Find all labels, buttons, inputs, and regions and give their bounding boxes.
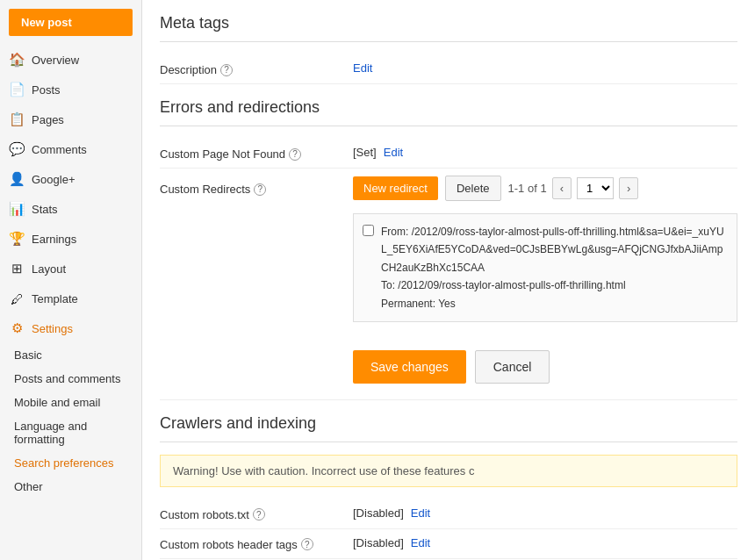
description-edit-link[interactable]: Edit xyxy=(353,61,372,75)
not-found-set-text: [Set] xyxy=(353,146,377,159)
new-redirect-button[interactable]: New redirect xyxy=(353,176,438,200)
robots-header-value: [Disabled] Edit xyxy=(353,536,737,549)
main-nav: 🏠 Overview 📄 Posts 📋 Pages 💬 Comments 👤 … xyxy=(0,45,141,499)
sidebar-item-basic[interactable]: Basic xyxy=(0,343,141,367)
new-post-button[interactable]: New post xyxy=(9,9,133,36)
robots-txt-row: Custom robots.txt ? [Disabled] Edit xyxy=(160,499,737,529)
robots-header-row: Custom robots header tags ? [Disabled] E… xyxy=(160,529,737,559)
redirect-entry: From: /2012/09/ross-taylor-almost-pulls-… xyxy=(353,213,737,322)
redirect-to: To: /2012/09/ross-taylor-almost-pulls-of… xyxy=(381,276,728,294)
redirects-toolbar: New redirect Delete 1-1 of 1 ‹ 1 › xyxy=(353,176,638,201)
robots-txt-status: [Disabled] xyxy=(353,506,404,520)
redirect-from-text: From: /2012/09/ross-taylor-almost-pulls-… xyxy=(381,226,724,274)
sidebar-item-pages[interactable]: 📋 Pages xyxy=(0,104,141,134)
sidebar-item-posts[interactable]: 📄 Posts xyxy=(0,75,141,104)
crawlers-title: Crawlers and indexing xyxy=(160,400,737,442)
meta-tags-title: Meta tags xyxy=(160,0,737,42)
robots-txt-label: Custom robots.txt ? xyxy=(160,506,353,521)
description-help-icon[interactable]: ? xyxy=(220,64,233,76)
pagination-info: 1-1 of 1 ‹ 1 › xyxy=(508,177,639,199)
stats-icon: 📊 xyxy=(9,201,25,217)
redirect-to-text: To: /2012/09/ross-taylor-almost-pulls-of… xyxy=(381,279,626,291)
sidebar-item-search-preferences[interactable]: Search preferences xyxy=(0,451,141,475)
pages-icon: 📋 xyxy=(9,111,25,127)
template-icon: 🖊 xyxy=(9,291,25,306)
sidebar-item-settings[interactable]: ⚙ Settings xyxy=(0,313,141,343)
sidebar-item-language-formatting[interactable]: Language and formatting xyxy=(0,414,141,451)
googleplus-icon: 👤 xyxy=(9,171,25,187)
sidebar-label-layout: Layout xyxy=(32,262,66,276)
robots-txt-value: [Disabled] Edit xyxy=(353,506,737,520)
sidebar-label-posts: Posts xyxy=(32,83,61,97)
redirect-from: From: /2012/09/ross-taylor-almost-pulls-… xyxy=(381,223,728,276)
redirect-checkbox[interactable] xyxy=(363,225,374,236)
not-found-label-text: Custom Page Not Found xyxy=(160,147,285,161)
sidebar-label-stats: Stats xyxy=(32,203,58,216)
sidebar-item-earnings[interactable]: 🏆 Earnings xyxy=(0,224,141,254)
cancel-button[interactable]: Cancel xyxy=(475,350,550,384)
sidebar-item-googleplus[interactable]: 👤 Google+ xyxy=(0,164,141,194)
settings-icon: ⚙ xyxy=(9,320,25,336)
redirect-permanent: Permanent: Yes xyxy=(381,295,728,312)
comments-icon: 💬 xyxy=(9,141,25,157)
robots-header-label: Custom robots header tags ? xyxy=(160,536,353,551)
main-content: Meta tags Description ? Edit Errors and … xyxy=(142,0,755,560)
sidebar-label-pages: Pages xyxy=(32,113,64,126)
sidebar-item-posts-comments[interactable]: Posts and comments xyxy=(0,367,141,391)
description-row: Description ? Edit xyxy=(160,54,737,84)
robots-header-label-text: Custom robots header tags xyxy=(160,538,298,551)
robots-header-edit-link[interactable]: Edit xyxy=(411,536,430,549)
home-icon: 🏠 xyxy=(9,52,25,68)
sidebar-item-other[interactable]: Other xyxy=(0,475,141,499)
sidebar-label-overview: Overview xyxy=(32,54,79,67)
pagination-text: 1-1 of 1 xyxy=(508,182,547,195)
posts-icon: 📄 xyxy=(9,82,25,97)
not-found-help-icon[interactable]: ? xyxy=(289,148,301,161)
not-found-value: [Set] Edit xyxy=(353,146,737,159)
custom-redirects-label-text: Custom Redirects xyxy=(160,183,250,196)
not-found-label: Custom Page Not Found ? xyxy=(160,146,353,161)
description-label-text: Description xyxy=(160,63,217,76)
description-label: Description ? xyxy=(160,61,353,76)
next-page-button[interactable]: › xyxy=(619,177,638,199)
not-found-row: Custom Page Not Found ? [Set] Edit xyxy=(160,139,737,169)
warning-bar: Warning! Use with caution. Incorrect use… xyxy=(160,455,737,487)
not-found-edit-link[interactable]: Edit xyxy=(384,146,403,159)
robots-txt-label-text: Custom robots.txt xyxy=(160,508,249,521)
sidebar-item-mobile-email[interactable]: Mobile and email xyxy=(0,391,141,414)
custom-redirects-value: New redirect Delete 1-1 of 1 ‹ 1 › From:… xyxy=(353,176,737,392)
page-select[interactable]: 1 xyxy=(577,177,614,199)
errors-redirections-title: Errors and redirections xyxy=(160,84,737,126)
layout-icon: ⊞ xyxy=(9,261,25,276)
sidebar-item-comments[interactable]: 💬 Comments xyxy=(0,134,141,164)
sidebar-item-stats[interactable]: 📊 Stats xyxy=(0,194,141,224)
save-changes-button[interactable]: Save changes xyxy=(353,350,466,384)
sidebar-label-earnings: Earnings xyxy=(32,233,76,246)
sidebar-label-comments: Comments xyxy=(32,143,87,156)
redirect-details: From: /2012/09/ross-taylor-almost-pulls-… xyxy=(381,223,728,312)
sidebar: New post 🏠 Overview 📄 Posts 📋 Pages 💬 Co… xyxy=(0,0,142,560)
custom-redirects-help-icon[interactable]: ? xyxy=(254,183,266,196)
description-value: Edit xyxy=(353,61,737,75)
robots-txt-edit-link[interactable]: Edit xyxy=(411,506,430,520)
earnings-icon: 🏆 xyxy=(9,231,25,247)
sidebar-item-layout[interactable]: ⊞ Layout xyxy=(0,254,141,284)
sidebar-item-overview[interactable]: 🏠 Overview xyxy=(0,45,141,75)
sidebar-label-googleplus: Google+ xyxy=(32,173,76,186)
settings-sub-nav: Basic Posts and comments Mobile and emai… xyxy=(0,343,141,499)
delete-button[interactable]: Delete xyxy=(445,176,501,201)
sidebar-item-template[interactable]: 🖊 Template xyxy=(0,284,141,313)
custom-redirects-label: Custom Redirects ? xyxy=(160,176,353,196)
redirect-permanent-text: Permanent: Yes xyxy=(381,298,456,310)
robots-header-help-icon[interactable]: ? xyxy=(301,538,313,550)
sidebar-label-template: Template xyxy=(32,292,78,305)
sidebar-label-settings: Settings xyxy=(32,322,73,335)
custom-redirects-row: Custom Redirects ? New redirect Delete 1… xyxy=(160,169,737,400)
prev-page-button[interactable]: ‹ xyxy=(552,177,572,199)
robots-txt-help-icon[interactable]: ? xyxy=(253,508,265,521)
actions-row: Save changes Cancel xyxy=(353,341,550,392)
robots-header-status: [Disabled] xyxy=(353,536,404,549)
